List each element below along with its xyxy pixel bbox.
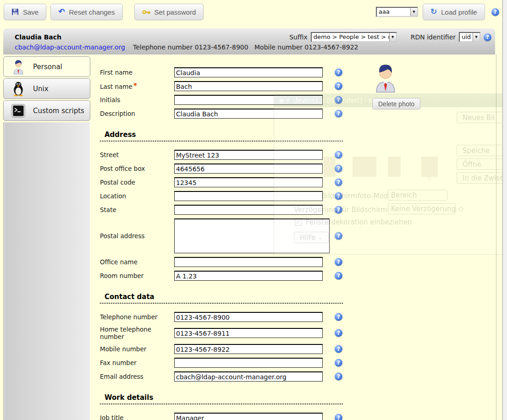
person-photo-icon	[374, 62, 397, 93]
help-icon[interactable]: ?	[335, 313, 342, 321]
tux-icon	[11, 81, 26, 97]
help-icon[interactable]: ?	[335, 329, 342, 337]
office-name-label: Office name	[100, 258, 174, 266]
fax-number-input[interactable]	[174, 358, 323, 368]
form-row: First name?	[100, 67, 357, 77]
help-icon[interactable]: ?	[335, 272, 342, 280]
mobile-summary: Mobile number 0123-4567-8922	[254, 44, 358, 51]
suffix-label: Suffix	[289, 33, 308, 41]
reset-changes-button[interactable]: ↶ Reset changes	[50, 4, 122, 20]
job-title-input[interactable]	[174, 413, 323, 420]
help-icon[interactable]: ?	[335, 179, 342, 186]
chevron-down-icon: ▼	[389, 33, 396, 41]
first-name-input[interactable]	[174, 67, 323, 77]
suffix-select[interactable]: demo > People > test > de ▼	[311, 32, 397, 42]
office-name-input[interactable]	[174, 257, 323, 267]
description-label: Description	[100, 110, 174, 117]
state-input[interactable]	[174, 205, 323, 215]
help-icon[interactable]: ?	[335, 192, 342, 200]
form-row: Fax number?	[100, 358, 357, 368]
email-address-label: Email address	[100, 373, 174, 380]
sidebar-filler-panel	[3, 122, 90, 420]
mobile-number-label: Mobile number	[100, 345, 174, 353]
initials-label: Initials	[100, 96, 174, 104]
help-icon[interactable]: ?	[335, 359, 342, 367]
lam-account-page: Save ↶ Reset changes Set password aaa ▼ …	[0, 0, 507, 420]
help-icon[interactable]: ?	[335, 232, 342, 240]
help-icon[interactable]: ?	[491, 8, 499, 16]
help-icon[interactable]: ?	[335, 258, 342, 266]
home-telephone-number-input[interactable]	[174, 328, 323, 338]
tab-unix[interactable]: Unix	[3, 78, 90, 99]
postal-code-input[interactable]	[174, 177, 323, 187]
street-input[interactable]	[174, 150, 323, 160]
personal-fields: First name?Last name✱?Initials?Descripti…	[100, 67, 502, 119]
form-row: Initials?	[100, 95, 357, 105]
top-toolbar: Save ↶ Reset changes Set password	[4, 4, 208, 20]
telephone-number-input[interactable]	[174, 312, 323, 322]
postal-address-input[interactable]	[174, 218, 330, 253]
rdn-select-value: uid	[460, 33, 473, 41]
street-label: Street	[100, 151, 174, 158]
form-row: Last name✱?	[100, 81, 357, 91]
email-address-input[interactable]	[174, 371, 323, 382]
load-profile-label: Load profile	[441, 8, 477, 16]
email-link[interactable]: cbach@ldap-account-manager.org	[15, 44, 125, 51]
tab-custom-scripts[interactable]: Custom scripts	[3, 100, 90, 121]
contact-fields: Telephone number?Home telephone number?M…	[100, 312, 502, 382]
delete-photo-button[interactable]: Delete photo	[372, 98, 420, 109]
room-number-input[interactable]	[174, 271, 323, 281]
help-icon[interactable]: ?	[335, 110, 342, 118]
rdn-select[interactable]: uid ▼	[459, 32, 480, 42]
save-button[interactable]: Save	[4, 4, 46, 20]
user-photo	[374, 62, 397, 93]
location-input[interactable]	[174, 191, 323, 201]
initials-input[interactable]	[174, 95, 323, 105]
floppy-disk-icon	[11, 8, 19, 16]
help-icon[interactable]: ?	[335, 96, 342, 104]
reload-icon: ↻	[430, 8, 437, 16]
account-header-row1: Claudia Bach Suffix demo > People > test…	[3, 28, 495, 42]
profile-select-value: aaa	[377, 8, 391, 16]
help-icon[interactable]: ?	[335, 165, 342, 173]
help-icon[interactable]: ?	[484, 33, 491, 41]
section-heading-work-details: Work details	[100, 393, 343, 404]
undo-arrow-icon: ↶	[58, 8, 65, 16]
account-header: Claudia Bach Suffix demo > People > test…	[3, 28, 495, 55]
post-office-box-label: Post office box	[100, 165, 174, 172]
last-name-label: Last name✱	[100, 82, 174, 90]
scrollbar[interactable]	[502, 0, 507, 420]
section-heading-address: Address	[100, 131, 343, 142]
work-fields: Job title?	[100, 413, 502, 420]
ghost-vertical-line	[496, 55, 496, 420]
load-profile-button[interactable]: ↻ Load profile	[423, 4, 485, 20]
fax-number-label: Fax number	[100, 359, 174, 366]
help-icon[interactable]: ?	[335, 373, 342, 381]
reset-changes-label: Reset changes	[69, 8, 115, 16]
help-icon[interactable]: ?	[335, 151, 342, 159]
help-icon[interactable]: ?	[335, 414, 342, 420]
first-name-label: First name	[100, 69, 174, 76]
form-row: State?	[100, 205, 357, 215]
post-office-box-input[interactable]	[174, 164, 323, 174]
form-row: Telephone number?	[100, 312, 357, 322]
tab-personal[interactable]: Personal	[3, 56, 90, 77]
help-icon[interactable]: ?	[335, 206, 342, 214]
form-row: Job title?	[100, 413, 357, 420]
help-icon[interactable]: ?	[335, 69, 342, 76]
account-title: Claudia Bach	[15, 33, 61, 41]
mobile-number-input[interactable]	[174, 344, 323, 354]
description-input[interactable]	[174, 109, 323, 119]
address-fields: Street?Post office box?Postal code?Locat…	[100, 150, 502, 281]
form-row: Post office box?	[100, 164, 357, 174]
state-label: State	[100, 206, 174, 213]
form-row: Mobile number?	[100, 344, 357, 354]
terminal-icon	[11, 104, 26, 118]
set-password-button[interactable]: Set password	[134, 4, 204, 20]
profile-select[interactable]: aaa ▼	[376, 7, 418, 17]
save-button-label: Save	[23, 8, 39, 16]
help-icon[interactable]: ?	[335, 82, 342, 90]
delete-photo-label: Delete photo	[378, 100, 414, 108]
help-icon[interactable]: ?	[335, 345, 342, 353]
last-name-input[interactable]	[174, 81, 323, 91]
